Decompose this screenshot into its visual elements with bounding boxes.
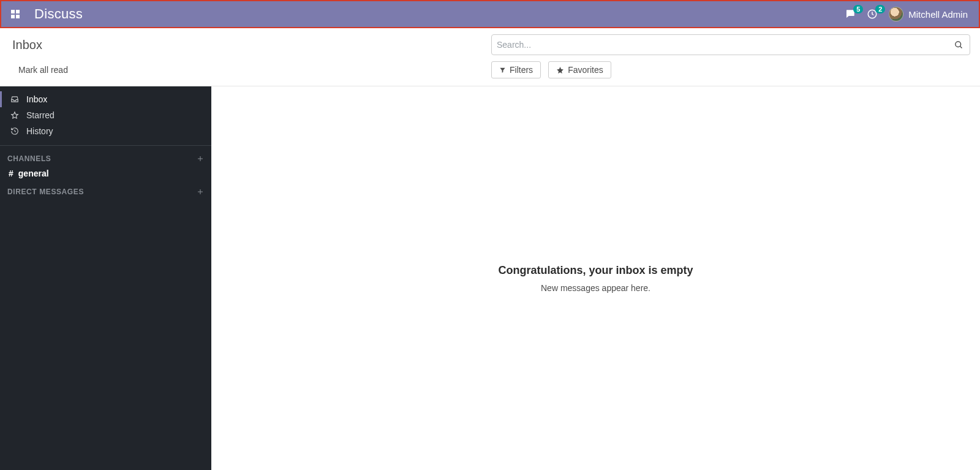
- sidebar: Inbox Starred History CHANNELS # general: [0, 86, 211, 470]
- dm-header-label: DIRECT MESSAGES: [7, 188, 84, 196]
- inbox-icon: [10, 95, 20, 104]
- channel-item-general[interactable]: # general: [0, 165, 211, 181]
- search-icon: [954, 40, 963, 50]
- plus-icon: [197, 155, 204, 162]
- svg-point-5: [956, 41, 961, 47]
- filters-area: Filters Favorites: [491, 61, 970, 78]
- apps-icon[interactable]: [10, 9, 21, 20]
- topnav-right: 5 2 Mitchell Admin: [845, 7, 974, 21]
- body: Inbox Starred History CHANNELS # general: [0, 86, 980, 470]
- content-area: Congratulations, your inbox is empty New…: [211, 86, 980, 470]
- svg-rect-2: [11, 15, 15, 18]
- svg-rect-3: [16, 15, 20, 18]
- sidebar-item-label: History: [26, 126, 53, 136]
- search-box[interactable]: [491, 34, 970, 55]
- empty-state-title: Congratulations, your inbox is empty: [498, 264, 693, 277]
- empty-state-subtitle: New messages appear here.: [541, 283, 650, 293]
- user-menu[interactable]: Mitchell Admin: [889, 7, 968, 21]
- favorites-button[interactable]: Favorites: [548, 61, 611, 78]
- activities-button[interactable]: 2: [867, 9, 878, 20]
- topnav: Discuss 5 2 Mitchell Admin: [0, 0, 980, 28]
- sidebar-item-label: Starred: [26, 110, 55, 120]
- divider: [0, 145, 211, 146]
- actions-area: Mark all read: [12, 61, 491, 78]
- messages-badge: 5: [853, 5, 863, 13]
- breadcrumb: Inbox: [12, 38, 42, 52]
- favorites-label: Favorites: [568, 65, 603, 75]
- svg-rect-0: [11, 10, 15, 13]
- add-dm-button[interactable]: [197, 188, 204, 195]
- channels-header: CHANNELS: [0, 152, 211, 165]
- activities-badge: 2: [875, 5, 885, 13]
- filters-button[interactable]: Filters: [491, 61, 541, 78]
- breadcrumb-area: Inbox: [12, 34, 491, 55]
- control-panel: Inbox Mark all read Filters Favorites: [0, 28, 980, 86]
- app-title[interactable]: Discuss: [34, 6, 83, 22]
- star-outline-icon: [10, 111, 20, 119]
- channels-header-label: CHANNELS: [7, 154, 51, 163]
- sidebar-item-label: Inbox: [26, 94, 47, 104]
- messages-button[interactable]: 5: [845, 9, 856, 20]
- svg-rect-1: [16, 10, 20, 13]
- sidebar-item-starred[interactable]: Starred: [0, 107, 211, 123]
- avatar: [889, 7, 903, 21]
- search-input[interactable]: [497, 40, 953, 50]
- funnel-icon: [499, 67, 506, 74]
- sidebar-item-history[interactable]: History: [0, 123, 211, 139]
- hash-icon: #: [9, 169, 13, 178]
- svg-line-6: [960, 46, 962, 48]
- history-icon: [10, 127, 20, 135]
- filters-label: Filters: [510, 65, 533, 75]
- username: Mitchell Admin: [908, 9, 968, 20]
- sidebar-item-inbox[interactable]: Inbox: [0, 91, 211, 107]
- star-icon: [556, 66, 564, 74]
- search-button[interactable]: [953, 40, 965, 50]
- add-channel-button[interactable]: [197, 155, 204, 162]
- dm-header: DIRECT MESSAGES: [0, 185, 211, 199]
- mark-all-read-button[interactable]: Mark all read: [18, 65, 68, 75]
- channel-label: general: [18, 169, 49, 178]
- search-area: [491, 34, 970, 55]
- plus-icon: [197, 188, 204, 195]
